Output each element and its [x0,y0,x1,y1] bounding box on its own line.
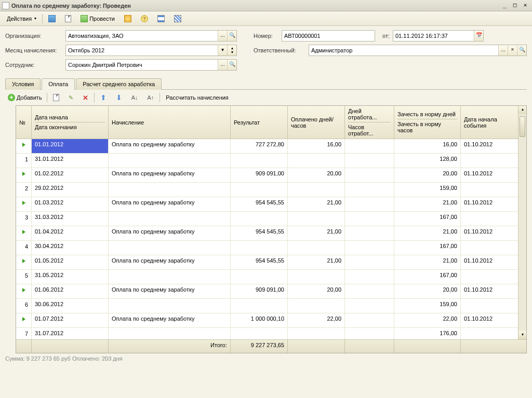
cell-norm-days[interactable]: 20,00 [394,284,461,298]
scroll-up-button[interactable]: ▴ [518,106,526,114]
sort-asc-button[interactable]: A↓ [128,93,142,102]
cell-norm-hours[interactable]: 159,00 [394,299,461,313]
number-field[interactable] [282,30,375,42]
table-row[interactable]: 331.03.2012167,00 [16,212,526,226]
cell-date-end[interactable]: 30.06.2012 [32,299,109,313]
cell-event-sub[interactable] [461,328,522,339]
cell-norm-days[interactable]: 21,00 [394,197,461,211]
cell-calculation-sub[interactable] [109,270,231,284]
cell-event-date[interactable]: 01.10.2012 [461,255,522,269]
cell-calculation-sub[interactable] [109,212,231,226]
cell-paid-sub[interactable] [288,212,345,226]
number-input[interactable] [282,33,375,39]
cell-result[interactable]: 954 545,55 [231,226,288,240]
header-calculation[interactable]: Начисление [109,106,231,139]
cell-result-sub[interactable] [231,328,288,339]
cell-hours-worked[interactable] [345,212,394,226]
cell-calculation[interactable]: Оплата по среднему заработку [109,313,231,327]
cell-calculation-sub[interactable] [109,241,231,255]
table-row[interactable]: 01.07.2012Оплата по среднему заработку1 … [16,313,526,328]
cell-date-start[interactable]: 01.02.2012 [32,168,109,182]
cell-event-sub[interactable] [461,241,522,255]
minimize-button[interactable]: _ [500,2,509,10]
cell-hours-worked[interactable] [345,241,394,255]
cell-days-worked[interactable] [345,255,394,269]
cell-date-end[interactable]: 29.02.2012 [32,183,109,197]
cell-paid[interactable]: 21,00 [288,226,345,240]
emp-search-button[interactable]: 🔍 [227,60,236,70]
cell-paid-sub[interactable] [288,241,345,255]
header-norm[interactable]: Зачесть в норму дней Зачесть в норму час… [394,106,461,139]
cell-result-sub[interactable] [231,183,288,197]
cell-calculation[interactable]: Оплата по среднему заработку [109,197,231,211]
cell-hours-worked[interactable] [345,154,394,168]
settings-button[interactable] [170,13,185,24]
table-row[interactable]: 01.03.2012Оплата по среднему заработку95… [16,197,526,212]
cell-norm-hours[interactable]: 167,00 [394,212,461,226]
save-button[interactable] [45,13,59,24]
resp-select-button[interactable]: ... [498,45,508,56]
cell-days-worked[interactable] [345,284,394,298]
actions-menu[interactable]: Действия [3,14,40,23]
cell-date-start[interactable]: 01.04.2012 [32,226,109,240]
table-row[interactable]: 531.05.2012167,00 [16,270,526,284]
cell-event-date[interactable]: 01.10.2012 [461,284,522,298]
cell-result[interactable]: 954 545,55 [231,255,288,269]
cell-norm-hours[interactable]: 159,00 [394,183,461,197]
org-select-button[interactable]: ... [218,31,227,41]
cell-event-sub[interactable] [461,270,522,284]
cell-paid[interactable]: 16,00 [288,139,345,153]
scroll-down-button[interactable]: ▾ [518,331,526,339]
month-spinner[interactable]: ▴▾ [227,45,236,56]
cell-norm-hours[interactable]: 128,00 [394,154,461,168]
cell-hours-worked[interactable] [345,328,394,339]
cell-paid-sub[interactable] [288,299,345,313]
cell-norm-days[interactable]: 21,00 [394,226,461,240]
cell-norm-days[interactable]: 16,00 [394,139,461,153]
cell-days-worked[interactable] [345,197,394,211]
table-row[interactable]: 01.04.2012Оплата по среднему заработку95… [16,226,526,241]
cell-paid[interactable]: 21,00 [288,197,345,211]
emp-select-button[interactable]: ... [218,60,227,70]
cell-norm-days[interactable]: 21,00 [394,255,461,269]
cell-date-start[interactable]: 01.06.2012 [32,284,109,298]
cell-event-date[interactable]: 01.10.2012 [461,313,522,327]
resp-field[interactable]: Администратор ... × 🔍 [309,45,527,56]
cell-result[interactable]: 909 091,00 [231,168,288,182]
cell-result[interactable]: 909 091,00 [231,284,288,298]
cell-date-start[interactable]: 01.05.2012 [32,255,109,269]
cell-days-worked[interactable] [345,313,394,327]
cell-hours-worked[interactable] [345,299,394,313]
cell-date-start[interactable]: 01.01.2012 [32,139,109,153]
cell-paid-sub[interactable] [288,270,345,284]
delete-button[interactable]: ✕ [79,92,92,103]
cell-result-sub[interactable] [231,241,288,255]
close-button[interactable]: ✕ [521,2,530,10]
copy-button[interactable] [49,92,63,103]
month-dropdown-button[interactable]: ▾ [218,45,227,56]
edit-button[interactable]: ✎ [65,93,77,103]
table-row[interactable]: 229.02.2012159,00 [16,183,526,197]
date-field[interactable]: 01.11.2012 16:17:37 📅 [393,30,484,42]
sort-desc-button[interactable]: A↑ [143,93,157,102]
cell-calculation-sub[interactable] [109,328,231,339]
cell-event-sub[interactable] [461,299,522,313]
vertical-scrollbar[interactable]: ▴ ▾ [518,106,526,339]
header-worked[interactable]: Дней отработа... Часов отработ... [345,106,394,139]
table-row[interactable]: 731.07.2012176,00 [16,328,526,339]
table-row[interactable]: 131.01.2012128,00 [16,154,526,168]
cell-event-date[interactable]: 01.10.2012 [461,168,522,182]
table-row[interactable]: 01.06.2012Оплата по среднему заработку90… [16,284,526,299]
cell-date-start[interactable]: 01.07.2012 [32,313,109,327]
tab-payment[interactable]: Оплата [42,78,75,90]
cell-date-end[interactable]: 30.04.2012 [32,241,109,255]
cell-event-date[interactable]: 01.10.2012 [461,139,522,153]
cell-calculation-sub[interactable] [109,299,231,313]
cell-result[interactable]: 954 545,55 [231,197,288,211]
scroll-thumb[interactable] [520,116,525,137]
cell-hours-worked[interactable] [345,183,394,197]
table-row[interactable]: 430.04.2012167,00 [16,241,526,255]
cell-calculation[interactable]: Оплата по среднему заработку [109,226,231,240]
cell-date-end[interactable]: 31.05.2012 [32,270,109,284]
month-field[interactable]: Октябрь 2012 ▾ ▴▾ [65,45,237,56]
